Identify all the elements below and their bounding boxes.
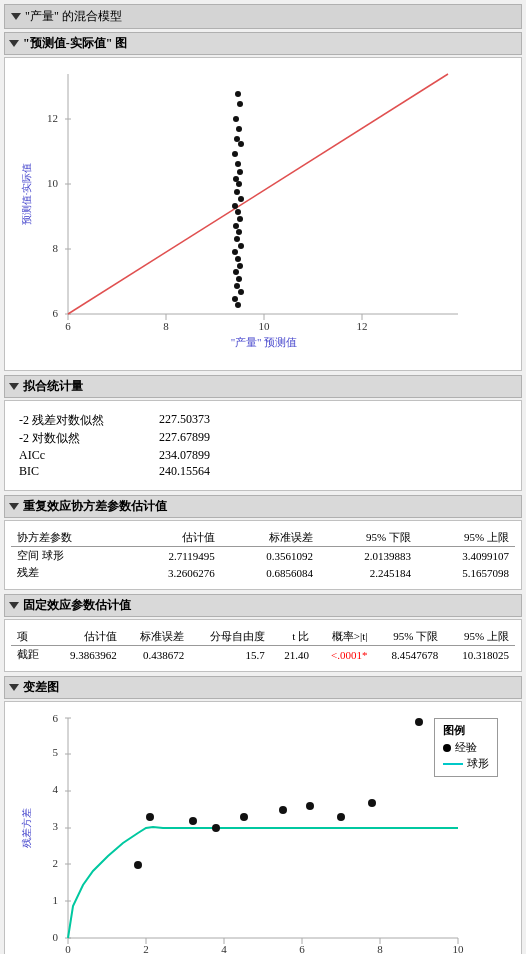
svg-point-89 [415,718,423,726]
svg-point-88 [368,799,376,807]
svg-text:8: 8 [163,320,169,332]
fit-stats-collapse-icon[interactable] [9,383,19,390]
svg-text:8: 8 [377,943,383,954]
svg-point-41 [232,249,238,255]
svg-point-82 [189,817,197,825]
svg-point-39 [234,236,240,242]
cov-est-1: 2.7119495 [123,547,221,565]
fixed-params-content: 项 估计值 标准误差 分母自由度 t 比 概率>|t| 95% 下限 95% 上… [4,619,522,672]
svg-point-48 [232,296,238,302]
cov-col-name: 协方差参数 [11,529,123,547]
scatter-svg: 6 8 10 12 6 8 10 12 [18,64,478,354]
svg-point-32 [234,189,240,195]
fit-label-4: BIC [19,464,159,479]
svg-point-22 [237,101,243,107]
svg-text:8: 8 [53,242,59,254]
svg-point-86 [306,802,314,810]
cov-lower-1: 2.0139883 [319,547,417,565]
cov-params-section: 重复效应协方差参数估计值 协方差参数 估计值 标准误差 95% 下限 95% 上… [4,495,522,590]
svg-point-35 [235,209,241,215]
svg-point-44 [233,269,239,275]
svg-text:0: 0 [53,931,59,943]
empirical-dot-icon [443,744,451,752]
fixed-col-name: 项 [11,628,52,646]
legend-title: 图例 [443,723,489,738]
svg-point-45 [236,276,242,282]
svg-text:10: 10 [47,177,59,189]
svg-text:4: 4 [53,783,59,795]
svg-point-37 [233,223,239,229]
legend-item-empirical: 经验 [443,740,489,755]
svg-point-87 [337,813,345,821]
variogram-collapse-icon[interactable] [9,684,19,691]
svg-point-34 [232,203,238,209]
svg-point-30 [233,176,239,182]
svg-point-85 [279,806,287,814]
cov-se-1: 0.3561092 [221,547,319,565]
cov-lower-2: 2.245184 [319,564,417,581]
fit-stats-row-3: AICc 234.07899 [19,448,507,463]
collapse-icon[interactable] [11,13,21,20]
svg-text:6: 6 [53,307,59,319]
fixed-collapse-icon[interactable] [9,602,19,609]
svg-text:4: 4 [221,943,227,954]
svg-point-81 [146,813,154,821]
svg-text:0: 0 [65,943,71,954]
svg-point-27 [232,151,238,157]
svg-point-84 [240,813,248,821]
fixed-col-se: 标准误差 [123,628,190,646]
cov-name-1: 空间 球形 [11,547,123,565]
svg-text:6: 6 [299,943,305,954]
svg-text:2: 2 [143,943,149,954]
cov-collapse-icon[interactable] [9,503,19,510]
svg-text:3: 3 [53,820,59,832]
svg-point-33 [238,196,244,202]
cov-name-2: 残差 [11,564,123,581]
scatter-title: "预测值-实际值" 图 [23,35,127,52]
svg-text:10: 10 [453,943,465,954]
fit-stats-section: 拟合统计量 -2 残差对数似然 227.50373 -2 对数似然 227.67… [4,375,522,491]
variogram-title: 变差图 [23,679,59,696]
scatter-collapse-icon[interactable] [9,40,19,47]
variogram-header: 变差图 [4,676,522,699]
fixed-name-1: 截距 [11,646,52,664]
cov-col-est: 估计值 [123,529,221,547]
svg-point-29 [237,169,243,175]
svg-point-40 [238,243,244,249]
scatter-header: "预测值-实际值" 图 [4,32,522,55]
svg-text:6: 6 [53,712,59,724]
svg-point-38 [236,229,242,235]
spherical-line-icon [443,763,463,765]
fixed-col-t: t 比 [271,628,315,646]
svg-text:12: 12 [357,320,368,332]
fit-stats-header: 拟合统计量 [4,375,522,398]
svg-point-42 [235,256,241,262]
main-container: "产量" 的混合模型 "预测值-实际值" 图 6 8 10 [0,0,526,954]
fit-value-3: 234.07899 [159,448,210,463]
fit-label-3: AICc [19,448,159,463]
fixed-p-1: <.0001* [315,646,373,664]
cov-col-se: 标准误差 [221,529,319,547]
svg-text:预测值·实际值: 预测值·实际值 [21,163,32,226]
svg-point-36 [237,216,243,222]
svg-point-47 [238,289,244,295]
cov-params-header-row: 协方差参数 估计值 标准误差 95% 下限 95% 上限 [11,529,515,547]
svg-text:"产量" 预测值: "产量" 预测值 [231,336,298,348]
legend-spherical-label: 球形 [467,756,489,771]
fit-label-2: -2 对数似然 [19,430,159,447]
svg-point-49 [235,302,241,308]
fit-stats-row-1: -2 残差对数似然 227.50373 [19,412,507,429]
fixed-col-df: 分母自由度 [190,628,271,646]
fit-stats-content: -2 残差对数似然 227.50373 -2 对数似然 227.67899 AI… [4,400,522,491]
cov-col-lower: 95% 下限 [319,529,417,547]
cov-params-content: 协方差参数 估计值 标准误差 95% 下限 95% 上限 空间 球形 2.711… [4,520,522,590]
fit-value-1: 227.50373 [159,412,210,429]
variogram-legend: 图例 经验 球形 [434,718,498,777]
main-title-bar: "产量" 的混合模型 [4,4,522,29]
fixed-col-p: 概率>|t| [315,628,373,646]
fixed-est-1: 9.3863962 [52,646,123,664]
legend-item-spherical: 球形 [443,756,489,771]
svg-point-83 [212,824,220,832]
svg-point-25 [234,136,240,142]
cov-est-2: 3.2606276 [123,564,221,581]
